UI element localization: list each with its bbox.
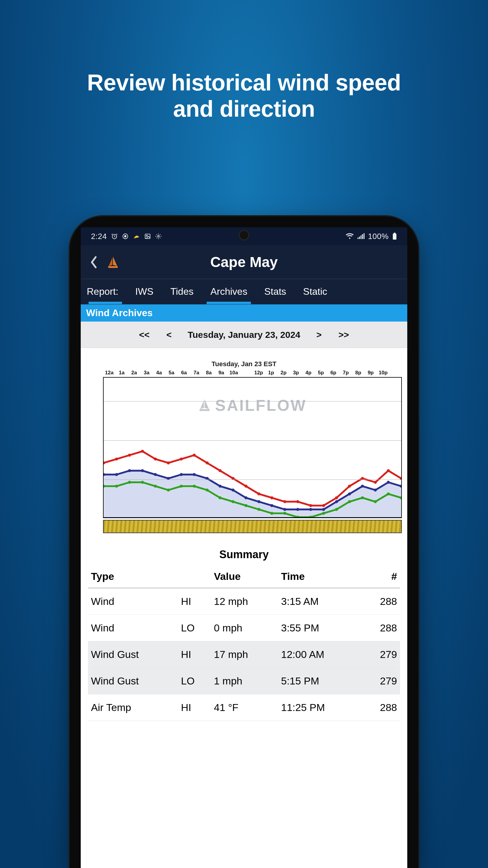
- col-hilo: [178, 566, 211, 588]
- table-row: Wind GustLO1 mph5:15 PM279: [88, 668, 400, 694]
- svg-point-24: [219, 469, 222, 472]
- svg-point-85: [387, 493, 390, 495]
- svg-point-61: [387, 481, 390, 484]
- date-prev-button[interactable]: <: [163, 330, 175, 340]
- svg-point-29: [283, 500, 286, 503]
- svg-point-82: [348, 500, 351, 503]
- status-time: 2:24: [91, 232, 107, 241]
- wind-chart: Tuesday, Jan 23 EST 12a1a2a3a4a5a6a7a8a9…: [81, 348, 407, 538]
- svg-point-41: [128, 469, 131, 472]
- svg-point-40: [115, 473, 118, 476]
- svg-point-58: [348, 493, 351, 495]
- svg-rect-6: [358, 238, 358, 239]
- svg-point-42: [141, 469, 144, 472]
- col-type: Type: [88, 566, 178, 588]
- svg-point-46: [193, 473, 196, 476]
- svg-point-28: [270, 496, 273, 499]
- date-last-button[interactable]: >>: [338, 330, 350, 340]
- svg-point-26: [245, 485, 248, 488]
- svg-point-19: [154, 458, 157, 461]
- svg-point-83: [361, 496, 364, 499]
- col-count: #: [361, 566, 400, 588]
- tab-station[interactable]: Static: [295, 279, 335, 304]
- phone-screen: 2:24: [81, 227, 407, 868]
- svg-point-21: [180, 458, 183, 461]
- svg-rect-8: [361, 236, 361, 239]
- col-time: Time: [278, 566, 361, 588]
- date-first-button[interactable]: <<: [138, 330, 150, 340]
- phone-frame: 2:24: [70, 216, 418, 868]
- svg-point-64: [115, 485, 118, 488]
- svg-point-71: [206, 489, 209, 492]
- svg-point-69: [180, 485, 183, 488]
- svg-point-72: [219, 496, 222, 499]
- svg-point-48: [219, 485, 222, 488]
- svg-point-67: [154, 485, 157, 488]
- svg-point-59: [361, 485, 364, 488]
- promo-line1: Review historical wind speed: [87, 70, 401, 95]
- svg-point-31: [309, 504, 312, 507]
- chart-plot-area: MPH SAILFLOW 0102030: [103, 377, 402, 518]
- table-row: WindHI12 mph3:15 AM288: [88, 588, 400, 615]
- svg-rect-3: [145, 234, 150, 239]
- table-row: Wind GustHI17 mph12:00 AM279: [88, 641, 400, 668]
- app-logo-icon: [106, 255, 120, 269]
- col-value: Value: [211, 566, 278, 588]
- svg-point-54: [296, 508, 299, 511]
- svg-point-57: [335, 500, 338, 503]
- table-row: WindLO0 mph3:55 PM288: [88, 615, 400, 641]
- tab-archives[interactable]: Archives: [202, 279, 256, 304]
- svg-point-68: [167, 489, 170, 492]
- svg-point-56: [322, 508, 325, 511]
- table-row: Air TempHI41 °F11:25 PM288: [88, 694, 400, 721]
- summary-header-row: Type Value Time #: [88, 566, 400, 588]
- svg-point-27: [258, 493, 261, 495]
- svg-point-20: [167, 461, 170, 464]
- battery-percent: 100%: [368, 232, 389, 241]
- svg-point-2: [124, 236, 126, 237]
- svg-point-30: [296, 500, 299, 503]
- svg-point-60: [374, 489, 377, 492]
- chart-title: Tuesday, Jan 23 EST: [86, 360, 402, 368]
- svg-point-18: [141, 450, 144, 453]
- svg-point-5: [158, 236, 159, 237]
- svg-point-43: [154, 473, 157, 476]
- weather-icon: [133, 233, 140, 240]
- date-navigator: << < Tuesday, January 23, 2024 > >>: [81, 321, 407, 348]
- svg-point-50: [245, 496, 248, 499]
- back-button[interactable]: [85, 253, 103, 271]
- svg-point-70: [193, 485, 196, 488]
- alarm-icon: [111, 233, 118, 240]
- svg-point-22: [193, 454, 196, 457]
- svg-point-45: [180, 473, 183, 476]
- svg-point-52: [270, 504, 273, 507]
- svg-point-75: [258, 508, 261, 511]
- svg-point-84: [374, 500, 377, 503]
- svg-point-33: [335, 496, 338, 499]
- svg-rect-11: [393, 234, 396, 240]
- settings-icon: [155, 233, 162, 240]
- svg-rect-9: [362, 234, 363, 239]
- svg-point-16: [115, 458, 118, 461]
- svg-point-81: [335, 508, 338, 511]
- summary-heading: Summary: [81, 548, 407, 561]
- svg-point-66: [141, 481, 144, 484]
- date-next-button[interactable]: >: [313, 330, 325, 340]
- image-icon: [144, 233, 151, 240]
- svg-rect-13: [108, 266, 118, 268]
- app-header: Cape May: [81, 245, 407, 279]
- svg-point-4: [146, 235, 147, 236]
- promo-headline: Review historical wind speed and directi…: [0, 69, 488, 122]
- svg-point-76: [270, 512, 273, 515]
- svg-point-73: [232, 500, 235, 503]
- camera-notch: [238, 230, 250, 241]
- svg-point-17: [128, 454, 131, 457]
- page-title: Cape May: [81, 254, 407, 270]
- svg-point-53: [283, 508, 286, 511]
- svg-point-34: [348, 485, 351, 488]
- tab-iws[interactable]: IWS: [127, 279, 162, 304]
- chart-lines: [104, 378, 401, 517]
- tab-tides[interactable]: Tides: [162, 279, 202, 304]
- wifi-icon: [346, 233, 354, 240]
- tab-stats[interactable]: Stats: [256, 279, 295, 304]
